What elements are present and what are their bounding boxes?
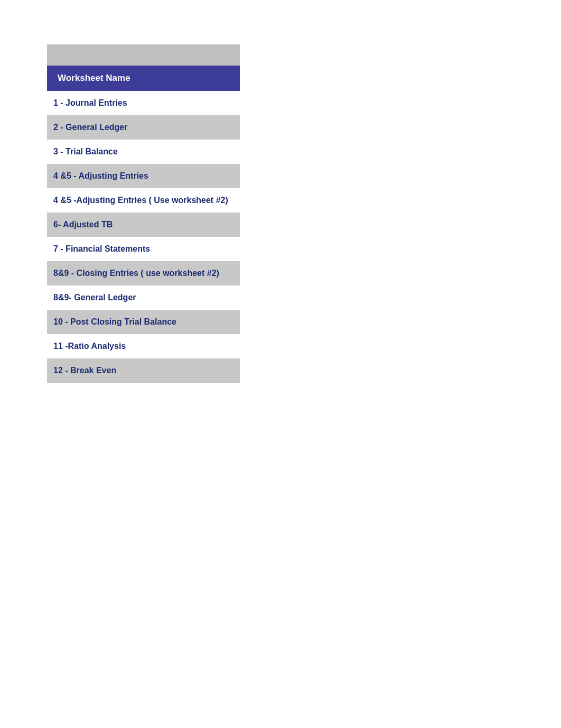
list-item[interactable]: 11 -Ratio Analysis (47, 334, 240, 358)
list-item[interactable]: 6- Adjusted TB (47, 213, 240, 237)
worksheet-label: 8&9- General Ledger (53, 293, 136, 302)
worksheet-label: 4 &5 -Adjusting Entries ( Use worksheet … (53, 196, 228, 205)
worksheet-label: 1 - Journal Entries (53, 98, 127, 107)
list-item[interactable]: 7 - Financial Statements (47, 237, 240, 261)
top-bar (47, 44, 240, 66)
list-item[interactable]: 4 &5 - Adjusting Entries (47, 164, 240, 188)
worksheet-label: 8&9 - Closing Entries ( use worksheet #2… (53, 269, 219, 278)
worksheet-label: 10 - Post Closing Trial Balance (53, 317, 176, 326)
list-item[interactable]: 1 - Journal Entries (47, 91, 240, 115)
list-item[interactable]: 3 - Trial Balance (47, 140, 240, 164)
list-item[interactable]: 4 &5 -Adjusting Entries ( Use worksheet … (47, 188, 240, 213)
list-item[interactable]: 2 - General Ledger (47, 115, 240, 140)
header-row: Worksheet Name (47, 66, 240, 91)
worksheet-label: 3 - Trial Balance (53, 147, 118, 156)
list-item[interactable]: 8&9- General Ledger (47, 285, 240, 310)
list-item[interactable]: 10 - Post Closing Trial Balance (47, 310, 240, 334)
main-container: Worksheet Name 1 - Journal Entries2 - Ge… (0, 0, 287, 383)
worksheet-label: 4 &5 - Adjusting Entries (53, 171, 148, 180)
list-item[interactable]: 12 - Break Even (47, 358, 240, 383)
worksheet-label: 6- Adjusted TB (53, 220, 113, 229)
column-header: Worksheet Name (58, 73, 130, 83)
worksheet-label: 12 - Break Even (53, 366, 116, 375)
worksheet-label: 2 - General Ledger (53, 123, 128, 132)
list-item[interactable]: 8&9 - Closing Entries ( use worksheet #2… (47, 261, 240, 285)
worksheet-list: 1 - Journal Entries2 - General Ledger3 -… (47, 91, 240, 383)
worksheet-label: 7 - Financial Statements (53, 244, 150, 253)
worksheet-label: 11 -Ratio Analysis (53, 342, 126, 351)
